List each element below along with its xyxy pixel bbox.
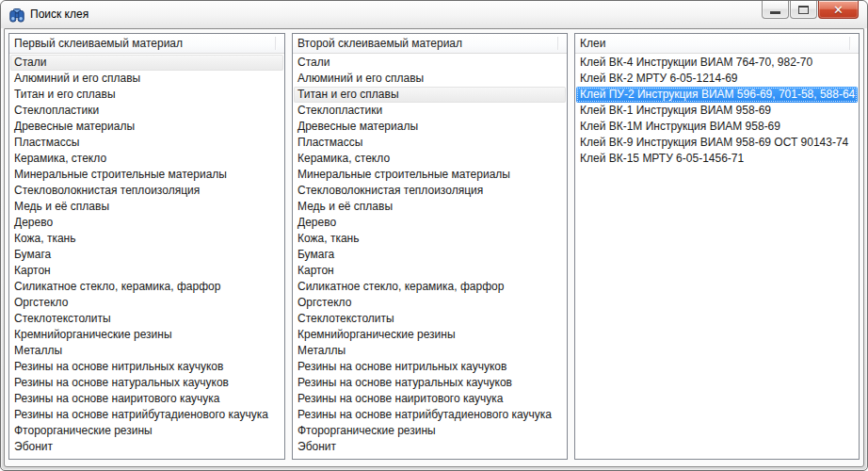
list-item[interactable]: Силикатное стекло, керамика, фарфор (294, 279, 566, 295)
list-item[interactable]: Минеральные строительные материалы (294, 167, 566, 183)
list-item[interactable]: Кожа, ткань (294, 231, 566, 247)
list-item[interactable]: Картон (294, 263, 566, 279)
list-item[interactable]: Металлы (10, 343, 283, 359)
list-item[interactable]: Кремнийорганические резины (10, 327, 283, 343)
list-item[interactable]: Керамика, стекло (294, 151, 566, 167)
binoculars-icon (9, 8, 24, 23)
list-item[interactable]: Фторорганические резины (10, 423, 283, 439)
window-title: Поиск клея (30, 1, 88, 28)
list-item[interactable]: Стали (10, 55, 283, 71)
list-item[interactable]: Титан и его сплавы (10, 87, 283, 103)
list-item[interactable]: Дерево (294, 215, 566, 231)
list-item[interactable]: Древесные материалы (294, 119, 566, 135)
list-item[interactable]: Кремнийорганические резины (294, 327, 566, 343)
list-item[interactable]: Клей ВК-9 Инструкция ВИАМ 958-69 ОСТ 901… (576, 135, 858, 151)
list-item[interactable]: Клей ПУ-2 Инструкция ВИАМ 596-69, 701-58… (576, 87, 858, 103)
list-item[interactable]: Резины на основе наиритового каучука (294, 391, 566, 407)
list-item[interactable]: Металлы (294, 343, 566, 359)
list-item[interactable]: Стеклотекстолиты (294, 311, 566, 327)
column-header-first-material[interactable]: Первый склеиваемый материал (9, 34, 284, 54)
list-second-material: СталиАлюминий и его сплавыТитан и его сп… (293, 54, 567, 459)
list-first-material: СталиАлюминий и его сплавыТитан и его сп… (9, 54, 284, 459)
list-item[interactable]: Медь и её сплавы (294, 199, 566, 215)
list-item[interactable]: Резины на основе натуральных каучуков (294, 375, 566, 391)
list-item[interactable]: Стали (294, 55, 566, 71)
panel-first-material: Первый склеиваемый материал СталиАлюмини… (8, 33, 285, 460)
list-item[interactable]: Клей ВК-15 МРТУ 6-05-1456-71 (576, 151, 858, 167)
list-item[interactable]: Стекловолокнистая теплоизоляция (294, 183, 566, 199)
list-item[interactable]: Клей ВК-2 МРТУ 6-05-1214-69 (576, 71, 858, 87)
column-header-glues[interactable]: Клеи (575, 34, 859, 54)
list-item[interactable]: Клей ВК-1 Инструкция ВИАМ 958-69 (576, 103, 858, 119)
minimize-icon (770, 11, 780, 14)
list-item[interactable]: Дерево (10, 215, 283, 231)
list-item[interactable]: Оргстекло (294, 295, 566, 311)
list-item[interactable]: Древесные материалы (10, 119, 283, 135)
list-item[interactable]: Клей ВК-1М Инструкция ВИАМ 958-69 (576, 119, 858, 135)
list-item[interactable]: Титан и его сплавы (294, 87, 566, 103)
close-button[interactable]: ✕ (818, 1, 859, 19)
list-item[interactable]: Алюминий и его сплавы (294, 71, 566, 87)
column-header-second-material[interactable]: Второй склеиваемый материал (293, 34, 567, 54)
list-item[interactable]: Керамика, стекло (10, 151, 283, 167)
list-item[interactable]: Резины на основе нитрильных каучуков (294, 359, 566, 375)
list-item[interactable]: Стеклотекстолиты (10, 311, 283, 327)
list-item[interactable]: Бумага (10, 247, 283, 263)
client-area: Первый склеиваемый материал СталиАлюмини… (4, 28, 864, 467)
list-item[interactable]: Алюминий и его сплавы (10, 71, 283, 87)
list-item[interactable]: Кожа, ткань (10, 231, 283, 247)
minimize-button[interactable] (762, 1, 789, 19)
list-item[interactable]: Клей ВК-4 Инструкции ВИАМ 764-70, 982-70 (576, 55, 858, 71)
list-item[interactable]: Резины на основе натрийбутадиенового кау… (10, 407, 283, 423)
list-item[interactable]: Пластмассы (10, 135, 283, 151)
caption-buttons: ✕ (761, 1, 859, 20)
panel-second-material: Второй склеиваемый материал СталиАлюмини… (292, 33, 568, 460)
panel-glues: Клеи Клей ВК-4 Инструкции ВИАМ 764-70, 9… (574, 33, 860, 460)
list-item[interactable]: Резины на основе натрийбутадиенового кау… (294, 407, 566, 423)
list-item[interactable]: Резины на основе наиритового каучука (10, 391, 283, 407)
list-item[interactable]: Бумага (294, 247, 566, 263)
list-item[interactable]: Картон (10, 263, 283, 279)
list-glues: Клей ВК-4 Инструкции ВИАМ 764-70, 982-70… (575, 54, 859, 459)
list-item[interactable]: Стеклопластики (294, 103, 566, 119)
list-item[interactable]: Эбонит (10, 439, 283, 455)
maximize-button[interactable] (790, 1, 817, 19)
list-item[interactable]: Стеклопластики (10, 103, 283, 119)
maximize-icon (798, 6, 809, 14)
list-item[interactable]: Фторорганические резины (294, 423, 566, 439)
list-item[interactable]: Пластмассы (294, 135, 566, 151)
list-item[interactable]: Резины на основе нитрильных каучуков (10, 359, 283, 375)
list-item[interactable]: Стекловолокнистая теплоизоляция (10, 183, 283, 199)
title-bar: Поиск клея ✕ (1, 1, 867, 28)
close-icon: ✕ (833, 2, 844, 18)
list-item[interactable]: Оргстекло (10, 295, 283, 311)
list-item[interactable]: Медь и её сплавы (10, 199, 283, 215)
window: Поиск клея ✕ Первый склеиваемый материал… (0, 0, 868, 471)
list-item[interactable]: Резины на основе натуральных каучуков (10, 375, 283, 391)
list-item[interactable]: Эбонит (294, 439, 566, 455)
list-item[interactable]: Минеральные строительные материалы (10, 167, 283, 183)
list-item[interactable]: Силикатное стекло, керамика, фарфор (10, 279, 283, 295)
